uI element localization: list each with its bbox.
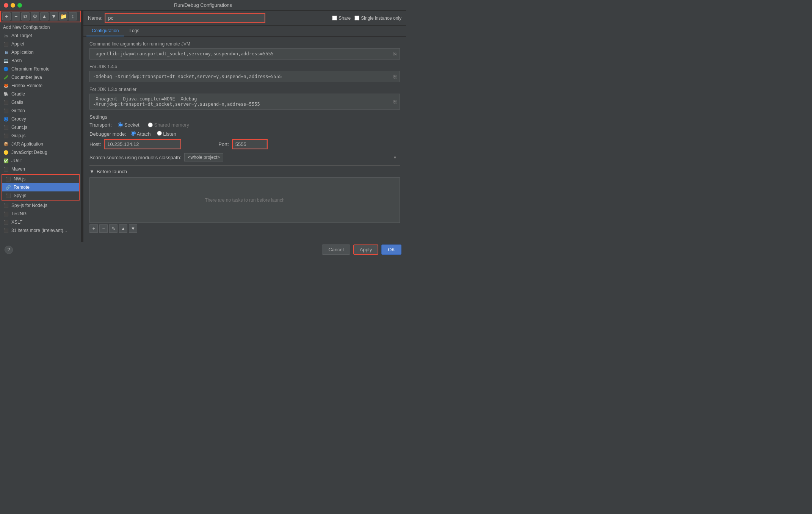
host-input[interactable] [105, 140, 180, 149]
jdk14-copy-icon[interactable]: ⎘ [393, 74, 397, 80]
close-button[interactable] [4, 3, 8, 8]
single-instance-checkbox[interactable] [354, 16, 359, 20]
classpath-select[interactable]: <whole project> [184, 153, 223, 161]
sidebar-item-label: Remote [14, 185, 30, 190]
debugger-listen-text: Listen [163, 131, 176, 137]
sidebar-item-icon: ⬛ [5, 176, 11, 182]
apply-button[interactable]: Apply [353, 244, 379, 255]
sidebar-item-gruntjs[interactable]: ⬛Grunt.js [0, 123, 81, 132]
before-launch-empty-text: There are no tasks to run before launch [205, 197, 284, 203]
sidebar-item-icon: ⬛ [5, 193, 11, 199]
tab-configuration[interactable]: Configuration [86, 26, 124, 36]
sidebar-item-javascript-debug[interactable]: 🟡JavaScript Debug [0, 148, 81, 157]
minimize-button[interactable] [11, 3, 15, 8]
share-checkbox-label[interactable]: Share [332, 16, 351, 21]
sidebar-item-ant-target[interactable]: 🐜Ant Target [0, 31, 81, 40]
transport-socket-radio[interactable] [118, 122, 123, 127]
sidebar-item-gulpjs[interactable]: ⬛Gulp.js [0, 132, 81, 140]
sidebar-item-junit[interactable]: ✅JUnit [0, 157, 81, 165]
before-launch-add-btn[interactable]: + [89, 224, 98, 233]
settings-config-button[interactable]: ⚙ [31, 12, 39, 20]
ok-button[interactable]: OK [381, 244, 401, 255]
right-panel: Name: Share Single instance only Configu… [83, 11, 406, 242]
remove-config-button[interactable]: − [12, 12, 20, 20]
single-instance-label[interactable]: Single instance only [354, 16, 401, 21]
debugger-attach-label[interactable]: Attach [131, 131, 151, 137]
sidebar-item-label: Firefox Remote [11, 83, 42, 88]
sidebar-item-firefox-remote[interactable]: 🦊Firefox Remote [0, 81, 81, 90]
cancel-button[interactable]: Cancel [322, 244, 350, 255]
jdk13-label: For JDK 1.3.x or earlier [89, 87, 400, 92]
folder-button[interactable]: 📁 [59, 12, 67, 20]
sidebar-item-gradle[interactable]: 🐘Gradle [0, 90, 81, 98]
cmd-args-label: Command line arguments for running remot… [89, 41, 400, 47]
share-checkbox[interactable] [332, 16, 337, 20]
before-launch-title: Before launch [97, 169, 127, 174]
sidebar-item-label: Spy-js [14, 193, 26, 198]
transport-shared-radio[interactable] [148, 122, 153, 127]
name-label: Name: [88, 15, 102, 21]
sidebar-item-label: JavaScript Debug [11, 150, 47, 155]
bottom-bar: ? Cancel Apply OK [0, 242, 406, 257]
transport-socket-label[interactable]: Socket [118, 122, 140, 128]
sidebar-item-icon: ⬛ [3, 124, 9, 130]
help-button[interactable]: ? [5, 246, 13, 254]
sidebar-item-label: Griffon [11, 108, 25, 113]
before-launch-down-btn[interactable]: ▼ [129, 224, 137, 233]
sidebar-item-cucumber-java[interactable]: 🥒Cucumber java [0, 73, 81, 81]
jdk14-label: For JDK 1.4.x [89, 64, 400, 69]
port-input[interactable] [233, 140, 267, 149]
sidebar-item-application[interactable]: 🖥Application [0, 48, 81, 56]
port-input-wrapper [233, 140, 267, 149]
sidebar-item-griffon[interactable]: ⬛Griffon [0, 107, 81, 115]
jdk14-value: -Xdebug -Xrunjdwp:transport=dt_socket,se… [93, 74, 282, 79]
sort-button[interactable]: ↕ [69, 12, 77, 20]
move-down-button[interactable]: ▼ [50, 12, 58, 20]
debugger-listen-label[interactable]: Listen [157, 131, 176, 137]
sidebar-item-bash[interactable]: 💻Bash [0, 56, 81, 65]
before-launch-edit-btn[interactable]: ✎ [109, 224, 118, 233]
before-launch-header: ▼ Before launch [89, 169, 400, 174]
sidebar-item-label: XSLT [11, 219, 22, 225]
debugger-attach-text: Attach [137, 131, 151, 137]
sidebar-item-groovy[interactable]: 🌀Groovy [0, 115, 81, 123]
cmd-args-copy-icon[interactable]: ⎘ [393, 51, 397, 57]
sidebar-item-applet[interactable]: ⬛Applet [0, 40, 81, 48]
sidebar-item-icon: 🟡 [3, 149, 9, 155]
sidebar-item-icon: 💻 [3, 58, 9, 64]
sidebar-item-xslt[interactable]: ⬛XSLT [0, 218, 81, 226]
sidebar-item-spy-js-for-nodejs[interactable]: ⬛Spy-js for Node.js [0, 201, 81, 210]
sidebar-item-jar-application[interactable]: 📦JAR Application [0, 140, 81, 148]
sidebar-item-label: TestNG [11, 211, 27, 216]
sidebar-item-spy-js[interactable]: ⬛Spy-js [2, 191, 79, 200]
transport-shared-text: Shared memory [154, 122, 189, 128]
title-bar: Run/Debug Configurations [0, 0, 406, 11]
add-config-button[interactable]: + [2, 12, 11, 20]
copy-config-button[interactable]: ⧉ [21, 12, 30, 20]
before-launch-collapse-icon[interactable]: ▼ [89, 169, 94, 174]
sidebar-item-remote[interactable]: 🔗Remote [2, 183, 79, 191]
before-launch-up-btn[interactable]: ▲ [119, 224, 127, 233]
sidebar-item-grails[interactable]: ⬛Grails [0, 98, 81, 107]
sidebar-item-31-items-more-irrelevant[interactable]: ⬛31 items more (irrelevant)... [0, 226, 81, 235]
sidebar-item-icon: 🦊 [3, 83, 9, 89]
sidebar-item-nwjs[interactable]: ⬛NW.js [2, 175, 79, 183]
sidebar-item-chromium-remote[interactable]: 🔵Chromium Remote [0, 65, 81, 73]
sidebar-item-label: Chromium Remote [11, 66, 50, 72]
window-controls[interactable] [4, 3, 22, 8]
add-new-header: Add New Configuration [0, 22, 81, 31]
debugger-attach-radio[interactable] [131, 131, 136, 136]
before-launch-remove-btn[interactable]: − [99, 224, 108, 233]
transport-shared-label[interactable]: Shared memory [148, 122, 189, 128]
sidebar-toolbar: + − ⧉ ⚙ ▲ ▼ 📁 ↕ [0, 11, 81, 22]
cmd-args-value: -agentlib:jdwp=transport=dt_socket,serve… [93, 51, 274, 56]
jdk13-copy-icon[interactable]: ⎘ [393, 99, 397, 105]
debugger-listen-radio[interactable] [157, 131, 162, 136]
maximize-button[interactable] [17, 3, 22, 8]
sidebar-item-testng[interactable]: ⬛TestNG [0, 210, 81, 218]
name-input[interactable] [105, 14, 265, 22]
sidebar-item-maven[interactable]: ⬛Maven [0, 165, 81, 173]
host-input-wrapper [105, 140, 180, 149]
tab-logs[interactable]: Logs [124, 26, 144, 36]
move-up-button[interactable]: ▲ [40, 12, 49, 20]
